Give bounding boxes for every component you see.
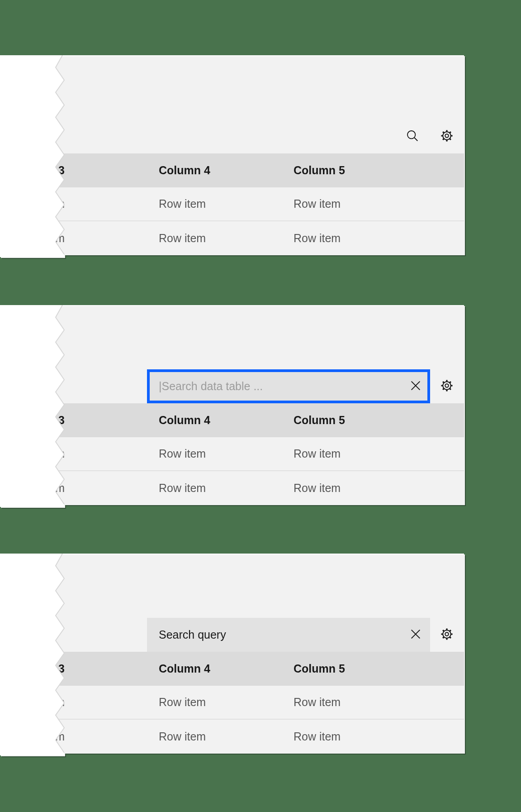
torn-sheet — [0, 305, 64, 507]
search-input[interactable] — [159, 628, 409, 641]
table-cell: Row item — [294, 187, 341, 220]
gear-icon — [440, 129, 454, 144]
table-cell: Row item — [159, 187, 206, 220]
clear-search-button[interactable] — [409, 380, 422, 393]
table-row: Row item Row item Row item — [0, 437, 464, 471]
table-cell: Row item — [294, 437, 341, 470]
table-header-row: Column 3 Column 4 Column 5 — [0, 652, 464, 686]
search-field-focused[interactable] — [147, 369, 430, 403]
close-icon — [409, 628, 422, 642]
data-table-panel: Column 3 Column 4 Column 5 Row item Row … — [0, 305, 464, 504]
clear-search-button[interactable] — [409, 629, 422, 641]
data-table-card-search-focused: Column 3 Column 4 Column 5 Row item Row … — [0, 305, 467, 508]
search-input[interactable] — [159, 380, 409, 393]
table-toolbar — [0, 306, 464, 403]
table-toolbar — [0, 554, 464, 652]
header-cell-column-5: Column 5 — [294, 153, 345, 187]
header-cell-column-4: Column 4 — [159, 403, 210, 437]
data-table-card-search-populated: Column 3 Column 4 Column 5 Row item Row … — [0, 554, 467, 756]
table-row: Row item Row item Row item — [0, 686, 464, 720]
header-cell-column-4: Column 4 — [159, 652, 210, 686]
table-cell: Row item — [159, 720, 206, 754]
close-icon — [409, 379, 422, 393]
search-button[interactable] — [406, 129, 419, 143]
table-row: Row item Row item Row item — [0, 720, 464, 754]
page-background: Column 3 Column 4 Column 5 Row item Row … — [0, 0, 521, 812]
settings-button[interactable] — [440, 628, 454, 641]
table-row: Row item Row item Row item — [0, 187, 464, 221]
header-cell-column-5: Column 5 — [294, 652, 345, 686]
table-cell: Row item — [294, 471, 341, 505]
header-cell-column-4: Column 4 — [159, 153, 210, 187]
table-cell: Row item — [159, 221, 206, 255]
torn-sheet — [0, 55, 64, 257]
table-header-row: Column 3 Column 4 Column 5 — [0, 403, 464, 437]
search-field-populated[interactable] — [147, 618, 430, 652]
data-table-panel: Column 3 Column 4 Column 5 Row item Row … — [0, 55, 464, 254]
table-cell: Row item — [294, 686, 341, 719]
table-toolbar — [0, 56, 464, 153]
header-cell-column-5: Column 5 — [294, 403, 345, 437]
table-cell: Row item — [159, 686, 206, 719]
table-header-row: Column 3 Column 4 Column 5 — [0, 153, 464, 187]
table-cell: Row item — [294, 221, 341, 255]
table-cell: Row item — [159, 471, 206, 505]
gear-icon — [440, 627, 454, 642]
gear-icon — [440, 379, 454, 394]
table-row: Row item Row item Row item — [0, 221, 464, 255]
torn-sheet — [0, 554, 64, 755]
settings-button[interactable] — [440, 129, 454, 143]
search-icon — [406, 129, 419, 144]
table-row: Row item Row item Row item — [0, 471, 464, 505]
data-table-panel: Column 3 Column 4 Column 5 Row item Row … — [0, 554, 464, 753]
table-cell: Row item — [294, 720, 341, 754]
settings-button[interactable] — [440, 379, 454, 393]
table-cell: Row item — [159, 437, 206, 470]
data-table-card-search-collapsed: Column 3 Column 4 Column 5 Row item Row … — [0, 55, 467, 258]
